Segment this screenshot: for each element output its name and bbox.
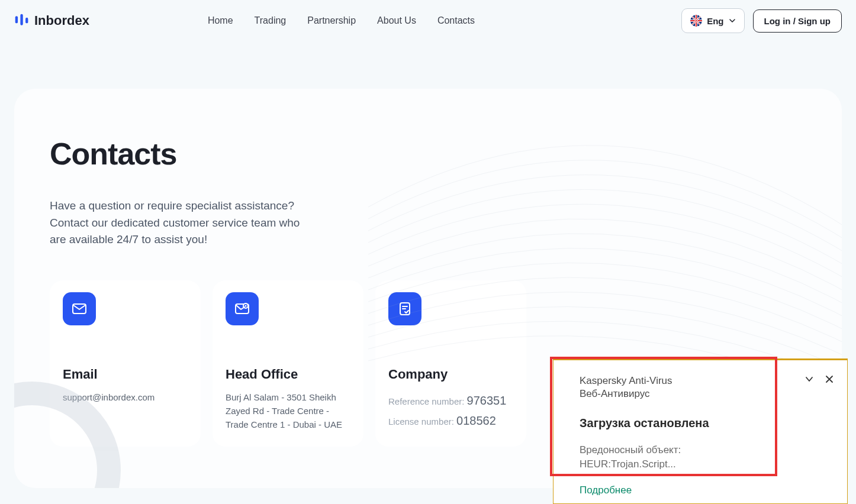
logo-icon bbox=[14, 13, 30, 28]
chevron-down-icon bbox=[729, 17, 736, 24]
reference-line: Reference number: 976351 bbox=[388, 390, 513, 411]
nav-contacts[interactable]: Contacts bbox=[437, 15, 475, 26]
svg-rect-0 bbox=[15, 16, 18, 23]
svg-rect-1 bbox=[20, 14, 22, 25]
minimize-button[interactable] bbox=[804, 374, 814, 386]
login-signup-button[interactable]: Log in / Sign up bbox=[753, 9, 842, 33]
nav-partnership[interactable]: Partnership bbox=[307, 15, 356, 26]
license-label: License number: bbox=[388, 416, 454, 427]
email-value: support@inbordex.com bbox=[63, 390, 188, 404]
brand-logo[interactable]: Inbordex bbox=[14, 13, 89, 28]
nav-about[interactable]: About Us bbox=[377, 15, 416, 26]
reference-label: Reference number: bbox=[388, 396, 464, 406]
av-body-line2: HEUR:Trojan.Script... bbox=[580, 457, 832, 471]
office-address: Burj Al Salam - 3501 Sheikh Zayed Rd - T… bbox=[226, 390, 350, 432]
av-product-name: Kaspersky Anti-Virus bbox=[580, 374, 832, 388]
page-title: Contacts bbox=[50, 136, 806, 172]
main-nav: Home Trading Partnership About Us Contac… bbox=[208, 15, 475, 26]
page-description: Have a question or require specialist as… bbox=[50, 198, 310, 248]
mail-icon bbox=[71, 301, 88, 317]
office-card: Head Office Burj Al Salam - 3501 Sheikh … bbox=[213, 280, 363, 447]
document-check-icon bbox=[397, 301, 413, 317]
company-icon-box bbox=[388, 292, 421, 325]
company-card-title: Company bbox=[388, 367, 513, 382]
email-card-title: Email bbox=[63, 367, 188, 382]
email-icon-box bbox=[63, 292, 96, 325]
company-card: Company Reference number: 976351 License… bbox=[375, 280, 526, 447]
svg-rect-2 bbox=[25, 18, 28, 24]
chevron-down-icon bbox=[804, 374, 814, 384]
office-icon-box bbox=[226, 292, 259, 325]
antivirus-popup: Kaspersky Anti-Virus Веб-Антивирус Загру… bbox=[553, 358, 848, 504]
reference-value: 976351 bbox=[467, 394, 507, 407]
nav-trading[interactable]: Trading bbox=[255, 15, 287, 26]
office-card-title: Head Office bbox=[226, 367, 350, 382]
license-value: 018562 bbox=[456, 414, 496, 427]
uk-flag-icon bbox=[690, 15, 702, 27]
email-card: Email support@inbordex.com bbox=[50, 280, 201, 447]
site-header: Inbordex Home Trading Partnership About … bbox=[0, 0, 856, 41]
nav-home[interactable]: Home bbox=[208, 15, 233, 26]
brand-name: Inbordex bbox=[34, 13, 89, 28]
close-icon bbox=[825, 374, 834, 384]
av-body-line1: Вредоносный объект: bbox=[580, 443, 832, 457]
language-selector[interactable]: Eng bbox=[681, 8, 744, 33]
header-actions: Eng Log in / Sign up bbox=[681, 8, 842, 33]
av-alert-body: Вредоносный объект: HEUR:Trojan.Script..… bbox=[580, 443, 832, 471]
popup-controls bbox=[804, 374, 834, 386]
language-label: Eng bbox=[707, 16, 723, 26]
license-line: License number: 018562 bbox=[388, 411, 513, 431]
av-details-link[interactable]: Подробнее bbox=[580, 484, 832, 496]
map-pin-icon bbox=[234, 301, 250, 317]
close-button[interactable] bbox=[825, 374, 834, 386]
av-module-name: Веб-Антивирус bbox=[580, 387, 832, 401]
av-alert-title: Загрузка остановлена bbox=[580, 416, 832, 430]
svg-point-8 bbox=[245, 305, 247, 306]
